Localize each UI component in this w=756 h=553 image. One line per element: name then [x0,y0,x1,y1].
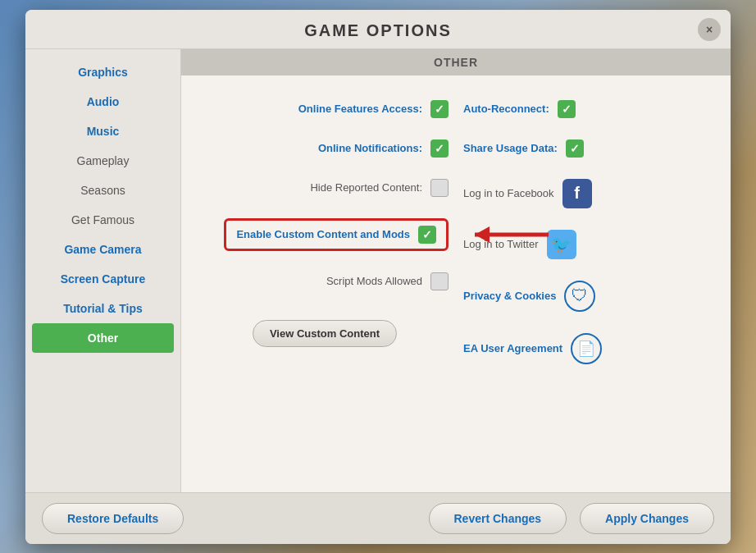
option-privacy: Privacy & Cookies 🛡 [460,272,714,320]
sidebar-item-other[interactable]: Other [32,323,174,353]
ea-agreement-doc-icon[interactable]: 📄 [571,333,602,364]
content-area: Other Online Features Access: ✓ Online N… [181,49,731,492]
script-mods-checkbox[interactable] [430,272,449,290]
option-online-features: Online Features Access: ✓ [198,92,452,126]
main-content: Online Features Access: ✓ Online Notific… [181,75,731,389]
enable-custom-content-highlight: Enable Custom Content and Mods ✓ [224,218,449,251]
share-usage-checkbox[interactable]: ✓ [566,139,584,158]
online-notifications-checkbox[interactable]: ✓ [430,139,449,158]
enable-custom-content-label: Enable Custom Content and Mods [236,228,410,240]
sidebar-item-audio[interactable]: Audio [25,87,180,117]
dialog-title: Game Options [304,21,452,39]
online-features-checkbox[interactable]: ✓ [430,100,449,118]
red-arrow-indicator [458,218,557,251]
sidebar-item-gameplay[interactable]: Gameplay [25,146,180,176]
arrow-svg [458,218,557,251]
hide-reported-checkbox[interactable] [430,179,449,197]
auto-reconnect-label: Auto-Reconnect: [463,103,549,115]
privacy-shield-icon[interactable]: 🛡 [564,281,595,312]
option-ea-agreement: EA User Agreement 📄 [460,325,714,372]
sidebar: Graphics Audio Music Gameplay Seasons Ge… [25,49,181,492]
option-script-mods: Script Mods Allowed [198,264,452,299]
close-button[interactable]: × [698,18,721,41]
option-online-notifications: Online Notifications: ✓ [198,131,452,166]
apply-changes-button[interactable]: Apply Changes [580,503,714,534]
option-auto-reconnect: Auto-Reconnect: ✓ [460,92,714,126]
option-facebook: Log in to Facebook f [460,171,714,217]
svg-marker-1 [475,226,490,243]
right-actions: Revert Changes Apply Changes [429,503,715,534]
ea-agreement-label: EA User Agreement [463,342,562,354]
section-header: Other [181,49,731,75]
dialog-body: Graphics Audio Music Gameplay Seasons Ge… [25,49,731,492]
view-custom-content-wrapper: View Custom Content [198,304,452,355]
sidebar-item-tutorial-tips[interactable]: Tutorial & Tips [25,294,180,323]
game-options-dialog: Game Options × Graphics Audio Music Game… [25,10,731,544]
option-share-usage: Share Usage Data: ✓ [460,131,714,166]
sidebar-item-game-camera[interactable]: Game Camera [25,235,180,264]
left-panel: Online Features Access: ✓ Online Notific… [198,92,452,372]
privacy-label: Privacy & Cookies [463,290,556,302]
option-enable-custom-content: Enable Custom Content and Mods ✓ [198,210,452,259]
hide-reported-label: Hide Reported Content: [310,181,422,194]
sidebar-item-get-famous[interactable]: Get Famous [25,205,180,235]
enable-custom-content-checkbox[interactable]: ✓ [418,226,436,244]
facebook-label: Log in to Facebook [463,187,554,199]
auto-reconnect-checkbox[interactable]: ✓ [558,100,576,118]
sidebar-item-graphics[interactable]: Graphics [25,57,180,87]
bottom-bar: Restore Defaults Revert Changes Apply Ch… [25,492,731,544]
dialog-header: Game Options × [25,10,731,49]
online-features-label: Online Features Access: [298,103,422,115]
option-hide-reported: Hide Reported Content: [198,171,452,205]
restore-defaults-button[interactable]: Restore Defaults [42,503,184,534]
facebook-icon[interactable]: f [562,179,592,208]
script-mods-label: Script Mods Allowed [326,275,422,287]
online-notifications-label: Online Notifications: [318,142,422,154]
sidebar-item-seasons[interactable]: Seasons [25,176,180,205]
sidebar-item-screen-capture[interactable]: Screen Capture [25,264,180,294]
sidebar-item-music[interactable]: Music [25,117,180,146]
revert-changes-button[interactable]: Revert Changes [429,503,567,534]
share-usage-label: Share Usage Data: [463,142,558,154]
view-custom-content-button[interactable]: View Custom Content [253,320,397,347]
